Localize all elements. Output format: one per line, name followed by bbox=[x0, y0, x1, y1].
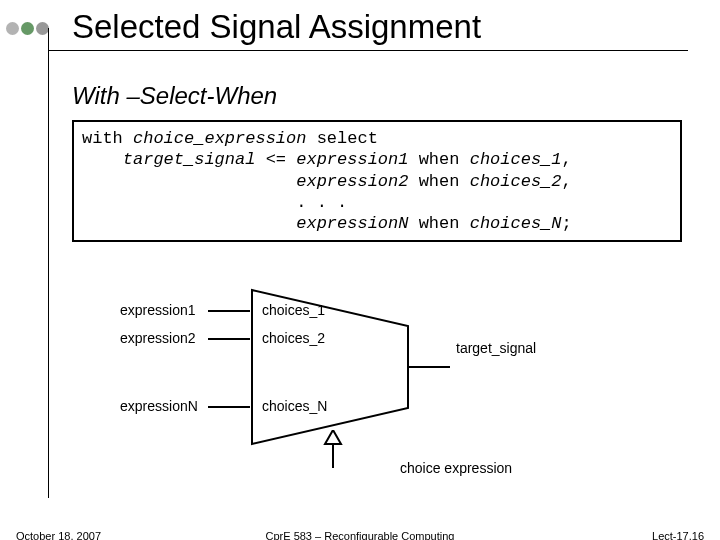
comma-2: , bbox=[562, 172, 572, 191]
kw-when-n: when bbox=[408, 214, 469, 233]
footer-page: Lect-17.16 bbox=[652, 530, 704, 540]
expression-n: expressionN bbox=[296, 214, 408, 233]
choice-label-2: choices_2 bbox=[262, 330, 325, 346]
mux-diagram: expression1 expression2 expressionN choi… bbox=[120, 288, 590, 490]
wire-in-n bbox=[208, 406, 250, 408]
kw-with: with bbox=[82, 129, 133, 148]
expression-1: expression1 bbox=[296, 150, 408, 169]
input-label-1: expression1 bbox=[120, 302, 196, 318]
input-label-2: expression2 bbox=[120, 330, 196, 346]
choices-n: choices_N bbox=[470, 214, 562, 233]
footer-course: CprE 583 – Reconfigurable Computing bbox=[0, 530, 720, 540]
choices-2: choices_2 bbox=[470, 172, 562, 191]
dot-icon bbox=[21, 22, 34, 35]
title-underline bbox=[48, 50, 688, 51]
output-label: target_signal bbox=[456, 340, 536, 356]
kw-when-1: when bbox=[408, 150, 469, 169]
expression-2: expression2 bbox=[296, 172, 408, 191]
ellipsis: . . . bbox=[82, 193, 347, 212]
wire-in-2 bbox=[208, 338, 250, 340]
wire-out bbox=[408, 366, 450, 368]
choice-expression: choice_expression bbox=[133, 129, 306, 148]
comma-1: , bbox=[562, 150, 572, 169]
target-signal: target_signal bbox=[82, 150, 255, 169]
wire-in-1 bbox=[208, 310, 250, 312]
slide-subtitle: With –Select-When bbox=[72, 82, 277, 110]
svg-marker-2 bbox=[325, 430, 341, 444]
choice-label-1: choices_1 bbox=[262, 302, 325, 318]
kw-when-2: when bbox=[408, 172, 469, 191]
choice-label-n: choices_N bbox=[262, 398, 327, 414]
vertical-rule bbox=[48, 28, 49, 498]
input-label-n: expressionN bbox=[120, 398, 198, 414]
semicolon: ; bbox=[562, 214, 572, 233]
decorative-dots bbox=[6, 22, 49, 35]
slide-title: Selected Signal Assignment bbox=[72, 8, 481, 46]
choices-1: choices_1 bbox=[470, 150, 562, 169]
indent-2 bbox=[82, 172, 296, 191]
kw-select: select bbox=[306, 129, 377, 148]
dot-icon bbox=[6, 22, 19, 35]
syntax-box: with choice_expression select target_sig… bbox=[72, 120, 682, 242]
indent-n bbox=[82, 214, 296, 233]
select-label: choice expression bbox=[400, 460, 512, 476]
assign-op: <= bbox=[255, 150, 296, 169]
arrow-up-icon bbox=[318, 430, 348, 470]
